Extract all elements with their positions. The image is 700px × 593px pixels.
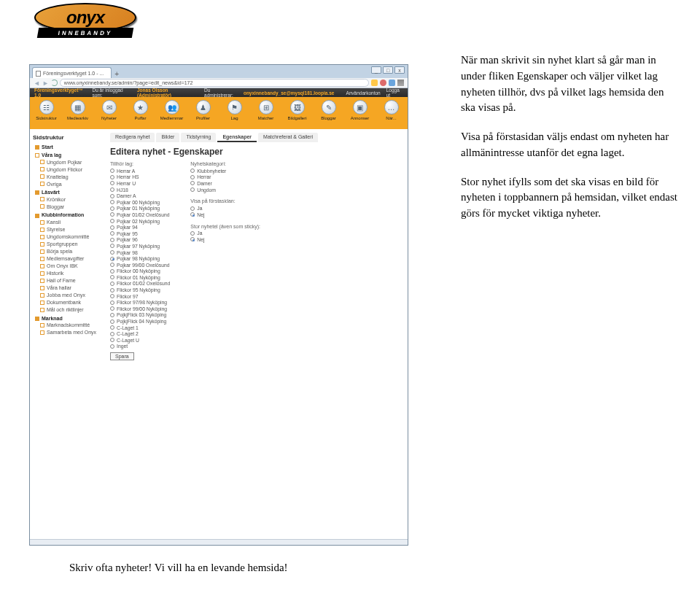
sidebar-group-marknad[interactable]: Marknad (33, 314, 104, 322)
sidebar-item[interactable]: Om Onyx IBK (33, 263, 104, 270)
sidebar-item[interactable]: Marknadskommitté (33, 322, 104, 329)
radio-option[interactable]: Ja (190, 230, 260, 237)
radio-option[interactable]: Damer A (110, 193, 170, 199)
nav-item-medlemmar[interactable]: 👥Medlemmar (160, 100, 184, 120)
tab-bilder[interactable]: Bilder (156, 133, 179, 142)
nav-item-profiler[interactable]: ♟Profiler (191, 100, 215, 120)
sidebar-group-läsvärt[interactable]: Läsvärt (33, 187, 104, 195)
user-accounts-link[interactable]: Användarkonton (346, 90, 380, 96)
sidebar-item[interactable]: Krönikor (33, 195, 104, 203)
sidebar-group-start[interactable]: Start (33, 142, 104, 150)
wrench-icon[interactable] (397, 80, 404, 86)
sidebar-item[interactable]: Knattelag (33, 173, 104, 180)
radio-option[interactable]: Herrar A (110, 168, 170, 174)
radio-option[interactable]: Pojkar 98 Nyköping (110, 255, 170, 262)
radio-option[interactable]: Nej (190, 236, 260, 243)
radio-option[interactable]: Pojkar 97 Nyköping (110, 243, 170, 249)
radio-option[interactable]: Pojkar 01/02 Oxelösund (110, 212, 170, 218)
radio-option[interactable]: Pojkar 01 Nyköping (110, 206, 170, 212)
save-button[interactable]: Spara (110, 352, 134, 360)
back-icon[interactable]: ◄ (34, 80, 40, 87)
radio-option[interactable]: Herrar (190, 174, 260, 181)
sidebar-group-klubbinformation[interactable]: Klubbinformation (33, 210, 104, 218)
new-tab-icon[interactable]: + (114, 70, 119, 78)
sidebar-item[interactable]: Börja spela (33, 248, 104, 255)
nav-item-bloggar[interactable]: ✎Bloggar (316, 100, 341, 120)
tab-matchreferat-galleri[interactable]: Matchreferat & Galleri (258, 133, 318, 142)
radio-option[interactable]: Flickor 01/02 Oxelösund (110, 281, 170, 287)
radio-option[interactable]: Ja (190, 205, 260, 212)
radio-option[interactable]: Herrar HS (110, 174, 170, 181)
sidebar-group-våra-lag[interactable]: Våra lag (33, 150, 104, 158)
radio-option[interactable]: Pojkar 95 (110, 230, 170, 237)
sidebar-item[interactable]: Sportgruppen (33, 241, 104, 248)
forward-icon[interactable]: ► (42, 80, 49, 87)
browser-tab-title: Föreningsverktyget 1.0 - ... (43, 71, 104, 76)
sidebar-item[interactable]: Jobba med Onyx (33, 292, 104, 299)
radio-option[interactable]: Pojkar 99/00 Oxelösund (110, 262, 170, 268)
nav-item-puffar[interactable]: ★Puffar (128, 100, 152, 120)
nav-item-matcher[interactable]: ⊞Matcher (254, 100, 278, 120)
nav-item-bildgalleri[interactable]: 🖼Bildgalleri (285, 100, 309, 120)
nav-item-sidstruktur[interactable]: ☷Sidstruktur (34, 100, 58, 120)
sidebar-item[interactable]: Kansli (33, 219, 104, 226)
tab-redigera-nyhet[interactable]: Redigera nyhet (110, 133, 155, 142)
radio-icon (110, 332, 114, 336)
radio-option[interactable]: Flickor 97/98 Nyköping (110, 299, 170, 306)
tab-tidstyrning[interactable]: Tidstyrning (181, 133, 216, 142)
radio-option[interactable]: Flickor 00 Nyköping (110, 268, 170, 275)
tab-egenskaper[interactable]: Egenskaper (217, 133, 257, 142)
sidebar-item[interactable]: Mål och riktlinjer (33, 306, 104, 314)
radio-option[interactable]: PojkjFlick 04 Nyköping (110, 318, 170, 325)
radio-option[interactable]: Inget (110, 344, 170, 350)
close-button[interactable]: x (394, 66, 405, 74)
radio-option[interactable]: Klubbnyheter (190, 168, 260, 174)
radio-option[interactable]: C-Laget 1 (110, 325, 170, 331)
extension-icon[interactable] (380, 80, 386, 86)
nav-item-annonser[interactable]: ▣Annonser (348, 100, 372, 120)
radio-option[interactable]: Flickor 95 Nyköping (110, 287, 170, 293)
browser-tab[interactable]: Föreningsverktyget 1.0 - ... (32, 67, 112, 78)
square-icon (40, 271, 44, 276)
sidebar-item[interactable]: Medlemsavgifter (33, 255, 104, 263)
nav-item-lag[interactable]: ⚑Lag (222, 100, 246, 120)
sidebar-item[interactable]: Samarbeta med Onyx (33, 329, 104, 336)
sidebar-item[interactable]: Styrelse (33, 226, 104, 233)
radio-option[interactable]: Ungdom (190, 187, 260, 193)
reload-icon[interactable] (51, 80, 58, 86)
radio-option[interactable]: Pojkar 94 (110, 224, 170, 230)
sidebar-item[interactable]: Hall of Fame (33, 277, 104, 284)
radio-option[interactable]: PojkjFlick 03 Nyköping (110, 312, 170, 319)
sidebar-item[interactable]: Ungdom Flickor (33, 166, 104, 173)
logout-link[interactable]: Logga ut (386, 88, 403, 98)
nav-item-nyheter[interactable]: ✉Nyheter (97, 100, 121, 120)
radio-option[interactable]: Pojkar 02 Nyköping (110, 218, 170, 225)
nav-item-när...[interactable]: …När... (379, 100, 403, 120)
bookmark-icon[interactable] (371, 80, 378, 86)
radio-label: Pojkar 98 Nyköping (117, 256, 160, 261)
radio-option[interactable]: Nej (190, 212, 260, 218)
radio-option[interactable]: HJ18 (110, 187, 170, 193)
radio-option[interactable]: Damer (190, 180, 260, 187)
sidebar-item[interactable]: Ungdom Pojkar (33, 158, 104, 166)
radio-option[interactable]: Pojkar 98 (110, 249, 170, 256)
minimize-button[interactable]: _ (371, 66, 381, 74)
radio-option[interactable]: Pojkar 00 Nyköping (110, 199, 170, 206)
radio-option[interactable]: Flickor 99/00 Nyköping (110, 306, 170, 312)
sidebar-item[interactable]: Ungdomskommitté (33, 233, 104, 241)
sidebar-item[interactable]: Historik (33, 270, 104, 277)
extension2-icon[interactable] (389, 80, 395, 86)
sidebar-item[interactable]: Dokumentbank (33, 299, 104, 306)
sidebar-item[interactable]: Våra hallar (33, 284, 104, 292)
radio-option[interactable]: C-Laget 2 (110, 330, 170, 337)
radio-option[interactable]: Flickor 97 (110, 293, 170, 300)
nav-item-mediearkiv[interactable]: ▦Mediearkiv (66, 100, 90, 120)
url-input[interactable]: www.onyxinnebandy.se/admin/?page=edit_ne… (60, 79, 369, 87)
radio-option[interactable]: C-Laget U (110, 337, 170, 344)
sidebar-item[interactable]: Övriga (33, 180, 104, 187)
sidebar-item[interactable]: Bloggar (33, 203, 104, 210)
radio-option[interactable]: Pojkar 96 (110, 237, 170, 244)
maximize-button[interactable]: □ (383, 66, 393, 74)
radio-option[interactable]: Herrar U (110, 180, 170, 187)
radio-option[interactable]: Flickor 01 Nyköping (110, 274, 170, 281)
